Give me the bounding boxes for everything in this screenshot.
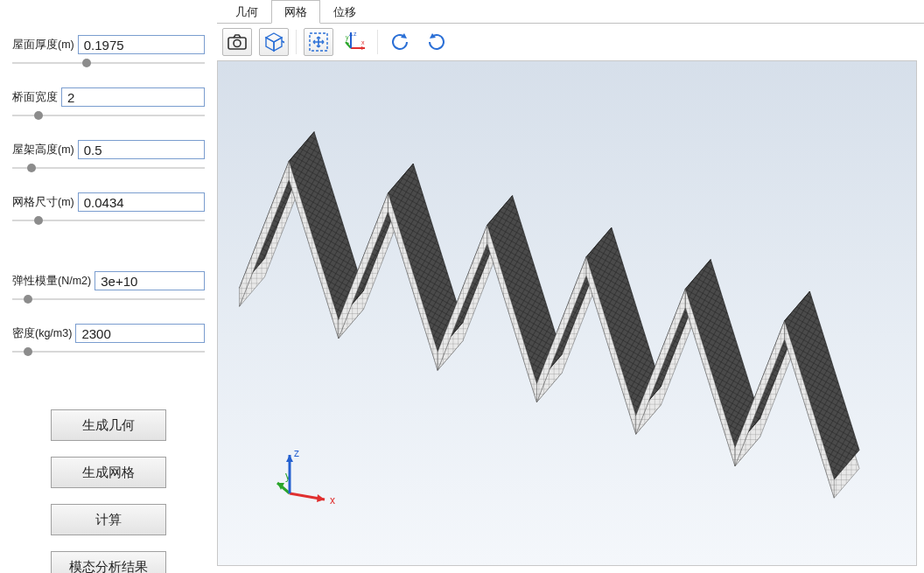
axes-toggle-button[interactable]: x y z [340, 28, 370, 56]
tab-geometry[interactable]: 几何 [222, 0, 271, 23]
fit-view-button[interactable] [304, 28, 333, 56]
param-label: 屋面厚度(m) [12, 38, 78, 52]
isometric-view-button[interactable] [259, 28, 289, 56]
param-row-young-modulus: 弹性模量(N/m2) [12, 271, 205, 290]
truss-height-input[interactable] [78, 140, 205, 159]
tab-mesh[interactable]: 网格 [271, 0, 320, 24]
param-row-density: 密度(kg/m3) [12, 324, 205, 343]
param-row-truss-height: 屋架高度(m) [12, 140, 205, 159]
svg-text:x: x [361, 39, 365, 45]
sidebar: 屋面厚度(m) 桥面宽度 屋架高度(m) 网格尺寸(m) 弹性模量(N/m2) … [0, 0, 217, 573]
density-input[interactable] [75, 324, 205, 343]
axes-toggle-icon: x y z [344, 31, 367, 53]
main-panel: 几何 网格 位移 [217, 0, 924, 573]
young-modulus-input[interactable] [94, 271, 205, 290]
param-row-mesh-size: 网格尺寸(m) [12, 192, 205, 212]
rotate-ccw-button[interactable] [385, 28, 415, 56]
rotate-cw-icon [425, 31, 448, 53]
param-label: 弹性模量(N/m2) [12, 274, 94, 289]
param-label: 桥面宽度 [12, 90, 61, 105]
triad-x-label: x [330, 494, 335, 507]
mesh-size-input[interactable] [78, 192, 205, 212]
deck-width-slider[interactable] [12, 109, 205, 122]
isometric-view-icon [263, 31, 284, 52]
modal-results-button[interactable]: 模态分析结果 [51, 551, 166, 573]
svg-marker-8 [361, 46, 365, 50]
compute-button[interactable]: 计算 [51, 504, 166, 535]
param-row-roof-thickness: 屋面厚度(m) [12, 35, 205, 54]
svg-marker-2 [266, 33, 282, 42]
rotate-cw-button[interactable] [422, 28, 452, 56]
svg-marker-65 [286, 455, 293, 462]
rotate-ccw-icon [388, 31, 411, 53]
roof-thickness-input[interactable] [78, 35, 205, 54]
tabs: 几何 网格 位移 [217, 0, 924, 23]
fit-view-icon [308, 31, 329, 52]
svg-marker-4 [274, 38, 282, 51]
toolbar-separator [377, 30, 378, 54]
orientation-triad: x y z [270, 443, 340, 513]
svg-marker-12 [349, 32, 353, 36]
viewport-toolbar: x y z [217, 24, 924, 60]
mesh-size-slider[interactable] [12, 214, 205, 227]
truss-height-slider[interactable] [12, 162, 205, 174]
param-label: 密度(kg/m3) [12, 326, 75, 341]
param-row-deck-width: 桥面宽度 [12, 87, 205, 107]
tab-displacement[interactable]: 位移 [320, 0, 369, 23]
viewport-3d[interactable]: x y z [217, 60, 917, 566]
deck-width-input[interactable] [61, 87, 205, 107]
svg-text:z: z [354, 31, 357, 37]
param-label: 网格尺寸(m) [12, 195, 78, 210]
roof-thickness-slider[interactable] [12, 57, 205, 69]
generate-geometry-button[interactable]: 生成几何 [51, 409, 166, 441]
screenshot-button[interactable] [222, 28, 252, 56]
density-slider[interactable] [12, 346, 205, 358]
param-label: 屋架高度(m) [12, 143, 78, 157]
toolbar-separator [296, 30, 297, 54]
svg-marker-3 [266, 38, 274, 51]
svg-text:y: y [346, 34, 349, 41]
camera-icon [228, 34, 247, 50]
young-modulus-slider[interactable] [12, 293, 205, 305]
triad-z-label: z [294, 447, 299, 459]
svg-point-1 [234, 40, 241, 47]
generate-mesh-button[interactable]: 生成网格 [51, 457, 166, 488]
